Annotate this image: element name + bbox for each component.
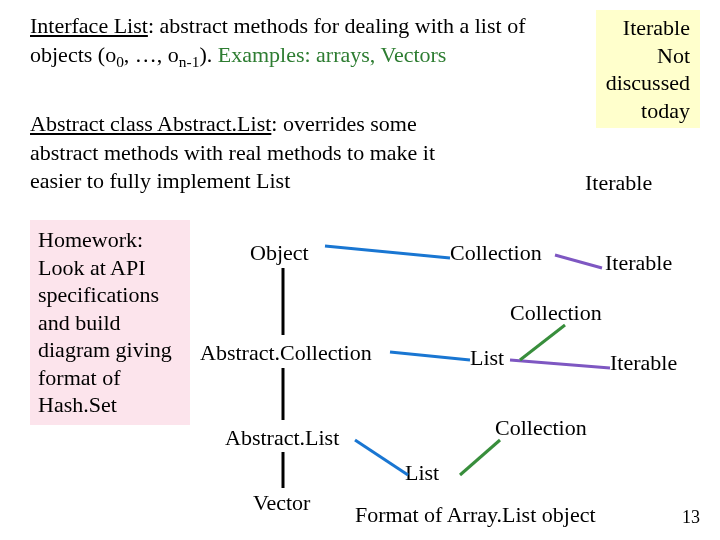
homework-line: format of <box>38 364 182 392</box>
homework-box: Homework: Look at API specifications and… <box>30 220 190 425</box>
iterable-note-box: Iterable Not discussed today <box>596 10 700 128</box>
iterable-box-line: Not <box>606 42 690 70</box>
homework-line: specifications <box>38 281 182 309</box>
iterable-box-line: discussed <box>606 69 690 97</box>
iterable-box-line: Iterable <box>606 14 690 42</box>
label-collection: Collection <box>510 300 602 326</box>
node-object: Object <box>250 240 309 266</box>
paragraph-abstract-list: Abstract class Abstract.List: overrides … <box>30 110 480 196</box>
paragraph-interface-list: Interface List: abstract methods for dea… <box>30 12 570 72</box>
svg-line-7 <box>510 360 610 368</box>
node-vector: Vector <box>253 490 310 516</box>
homework-line: Hash.Set <box>38 391 182 419</box>
label-list: List <box>470 345 504 371</box>
abstract-list-title: Abstract class Abstract.List <box>30 111 271 136</box>
label-list: List <box>405 460 439 486</box>
homework-line: diagram giving <box>38 336 182 364</box>
examples-text: Examples: arrays, Vectors <box>218 42 447 67</box>
homework-line: Homework: <box>38 226 182 254</box>
svg-line-8 <box>460 440 500 475</box>
svg-line-4 <box>390 352 470 360</box>
svg-line-3 <box>325 246 450 258</box>
label-iterable: Iterable <box>605 250 672 276</box>
svg-line-6 <box>555 255 602 268</box>
label-collection: Collection <box>495 415 587 441</box>
node-abstract-list: Abstract.List <box>225 425 339 451</box>
interface-list-title: Interface List <box>30 13 148 38</box>
svg-line-9 <box>520 325 565 360</box>
homework-line: and build <box>38 309 182 337</box>
format-label: Format of Array.List object <box>355 502 596 528</box>
label-collection: Collection <box>450 240 542 266</box>
label-iterable: Iterable <box>585 170 652 196</box>
homework-line: Look at API <box>38 254 182 282</box>
page-number: 13 <box>682 507 700 528</box>
svg-line-5 <box>355 440 408 475</box>
node-abstract-collection: Abstract.Collection <box>200 340 372 366</box>
iterable-box-line: today <box>606 97 690 125</box>
label-iterable: Iterable <box>610 350 677 376</box>
